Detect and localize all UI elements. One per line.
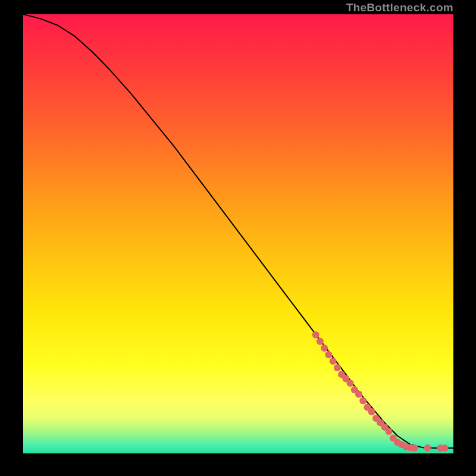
plot-area xyxy=(23,14,453,453)
figure-root: TheBottleneck.com xyxy=(0,0,476,476)
marker-point xyxy=(411,444,418,452)
marker-point xyxy=(424,444,431,452)
marker-point xyxy=(347,380,354,387)
marker-point xyxy=(441,444,449,452)
marker-point xyxy=(312,331,320,339)
marker-point xyxy=(359,397,367,404)
marker-point xyxy=(317,338,324,345)
marker-point xyxy=(334,364,341,371)
main-curve xyxy=(23,14,453,448)
marker-point xyxy=(355,390,362,397)
chart-svg xyxy=(23,14,453,453)
marker-point xyxy=(386,428,393,435)
marker-point xyxy=(330,358,337,365)
marker-point xyxy=(321,345,328,352)
marker-group xyxy=(312,331,449,452)
marker-point xyxy=(368,408,375,415)
attribution-label: TheBottleneck.com xyxy=(346,1,453,14)
marker-point xyxy=(325,351,332,358)
